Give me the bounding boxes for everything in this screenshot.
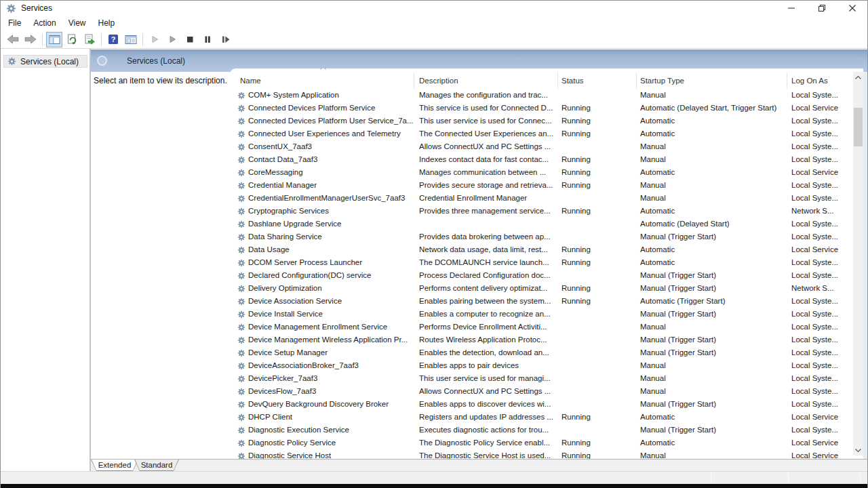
help-button[interactable]: ? [105, 32, 121, 47]
tab-standard-label: Standard [135, 460, 178, 470]
header-title: Services (Local) [127, 56, 185, 66]
scrollbar-thumb[interactable] [854, 108, 863, 146]
service-log-on-as: Local Syste... [787, 179, 853, 192]
service-row[interactable]: Declared Configuration(DC) service Proce… [229, 269, 853, 282]
service-log-on-as: Local Syste... [787, 321, 853, 333]
service-row[interactable]: CoreMessaging Manages communication betw… [229, 166, 853, 179]
close-button[interactable] [837, 1, 867, 16]
stop-service-button[interactable] [182, 32, 198, 47]
menu-view[interactable]: View [62, 17, 92, 29]
service-row[interactable]: Diagnostic Service Host The Diagnostic S… [229, 449, 853, 459]
service-row[interactable]: CredentialEnrollmentManagerUserSvc_7aaf3… [229, 192, 853, 205]
service-name: CredentialEnrollmentManagerUserSvc_7aaf3 [248, 192, 405, 205]
service-row[interactable]: Device Management Enrollment Service Per… [229, 321, 853, 333]
service-log-on-as: Local Syste... [787, 424, 853, 436]
service-row[interactable]: DevicesFlow_7aaf3 Allows ConnectUX and P… [229, 385, 853, 398]
service-row[interactable]: DevicePicker_7aaf3 This user service is … [229, 372, 853, 385]
service-row[interactable]: DHCP Client Registers and updates IP add… [229, 411, 853, 424]
service-row[interactable]: DeviceAssociationBroker_7aaf3 Enables ap… [229, 359, 853, 372]
start-service-button[interactable] [146, 32, 163, 47]
service-name-cell: CoreMessaging [229, 166, 414, 179]
service-startup-type: Automatic [637, 256, 787, 269]
service-startup-type: Automatic [637, 436, 787, 449]
service-row[interactable]: Delivery Optimization Performs content d… [229, 282, 853, 295]
service-status: Running [558, 256, 637, 269]
help-icon: ? [108, 34, 119, 45]
resume-service-button[interactable] [164, 32, 180, 47]
service-log-on-as: Network S... [787, 282, 853, 295]
tab-extended[interactable]: Extended [91, 460, 138, 471]
tab-standard[interactable]: Standard [134, 460, 179, 471]
show-console-tree-button[interactable] [46, 32, 62, 47]
service-log-on-as: Local Syste... [787, 295, 853, 308]
export-list-button[interactable] [81, 32, 98, 47]
service-status: Running [558, 115, 637, 127]
service-row[interactable]: Diagnostic Policy Service The Diagnostic… [229, 436, 853, 449]
show-properties-button[interactable] [123, 32, 139, 47]
service-gear-icon [237, 104, 245, 113]
service-gear-icon [237, 298, 245, 306]
service-name-cell: Cryptographic Services [229, 205, 414, 218]
service-log-on-as: Network S... [787, 205, 853, 218]
service-row[interactable]: Connected User Experiences and Telemetry… [229, 127, 853, 140]
pause-service-button[interactable] [199, 32, 216, 47]
service-row[interactable]: DCOM Server Process Launcher The DCOMLAU… [229, 256, 853, 269]
service-row[interactable]: Diagnostic Execution Service Executes di… [229, 424, 853, 436]
service-row[interactable]: Device Install Service Enables a compute… [229, 308, 853, 321]
menu-action[interactable]: Action [27, 17, 62, 29]
refresh-icon [66, 34, 78, 45]
service-row[interactable]: Connected Devices Platform Service This … [229, 102, 853, 115]
service-row[interactable]: DevQuery Background Discovery Broker Ena… [229, 398, 853, 411]
scroll-up-button[interactable] [853, 72, 863, 83]
service-status [558, 424, 637, 436]
service-name-cell: Connected User Experiences and Telemetry [229, 127, 414, 140]
service-description: Network data usage, data limit, rest... [414, 243, 558, 256]
column-header-status[interactable]: Status [558, 73, 637, 89]
service-row[interactable]: Dashlane Upgrade Service Automatic (Dela… [229, 218, 853, 230]
refresh-button[interactable] [64, 32, 80, 47]
service-row[interactable]: COM+ System Application Manages the conf… [229, 89, 853, 102]
service-name-cell: Dashlane Upgrade Service [229, 218, 414, 230]
service-startup-type: Manual [637, 359, 787, 372]
service-status [558, 218, 637, 230]
tree-item-label: Services (Local) [20, 57, 79, 66]
column-header-startup-type[interactable]: Startup Type [637, 73, 787, 89]
menu-help[interactable]: Help [92, 17, 121, 29]
service-log-on-as: Local Syste... [787, 192, 853, 205]
menu-file[interactable]: File [2, 17, 27, 29]
service-status [558, 359, 637, 372]
forward-button[interactable] [22, 32, 39, 47]
service-log-on-as: Local Syste... [787, 140, 853, 153]
service-row[interactable]: Contact Data_7aaf3 Indexes contact data … [229, 153, 853, 166]
service-row[interactable]: Data Usage Network data usage, data limi… [229, 243, 853, 256]
minimize-button[interactable] [776, 1, 806, 16]
service-gear-icon [237, 310, 245, 319]
service-name: Diagnostic Policy Service [248, 436, 336, 449]
column-header-name[interactable]: Name [229, 73, 414, 89]
tree-item-services-local[interactable]: Services (Local) [3, 55, 87, 68]
restart-service-button[interactable] [217, 32, 233, 47]
service-row[interactable]: ConsentUX_7aaf3 Allows ConnectUX and PC … [229, 140, 853, 153]
service-startup-type: Manual (Trigger Start) [637, 424, 787, 436]
services-circle-icon [97, 56, 107, 66]
service-gear-icon [237, 439, 245, 447]
service-row[interactable]: Connected Devices Platform User Service_… [229, 115, 853, 127]
column-header-log-on-as[interactable]: Log On As [787, 73, 853, 89]
service-row[interactable]: Credential Manager Provides secure stora… [229, 179, 853, 192]
service-log-on-as: Local Syste... [787, 359, 853, 372]
scroll-down-button[interactable] [853, 445, 863, 455]
service-log-on-as: Local Syste... [787, 269, 853, 282]
back-button[interactable] [5, 32, 21, 47]
service-row[interactable]: Device Association Service Enables pairi… [229, 295, 853, 308]
service-row[interactable]: Device Setup Manager Enables the detecti… [229, 346, 853, 359]
restore-button[interactable] [806, 1, 837, 16]
service-description: Enables pairing between the system... [414, 295, 558, 308]
service-log-on-as: Local Syste... [787, 398, 853, 411]
column-header-description[interactable]: Description [414, 73, 558, 89]
service-row[interactable]: Data Sharing Service Provides data broke… [229, 230, 853, 243]
service-status [558, 230, 637, 243]
service-row[interactable]: Cryptographic Services Provides three ma… [229, 205, 853, 218]
service-row[interactable]: Device Management Wireless Application P… [229, 333, 853, 346]
vertical-scrollbar[interactable] [853, 72, 863, 455]
service-status: Running [558, 411, 637, 424]
